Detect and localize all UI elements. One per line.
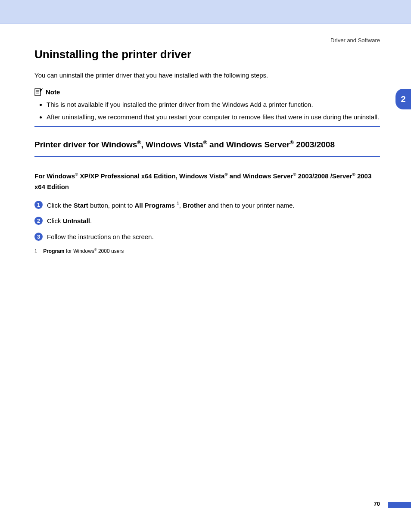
step-2: 2 Click UnInstall.	[34, 216, 380, 226]
note-icon	[34, 88, 43, 96]
top-band	[0, 0, 411, 24]
footnote-number: 1	[34, 248, 37, 255]
step-text: Click UnInstall.	[47, 216, 92, 226]
note-end-rule	[34, 126, 380, 127]
section-rule	[34, 156, 380, 157]
step-number-badge: 1	[34, 201, 43, 209]
step-number-badge: 3	[34, 233, 43, 241]
note-label: Note	[46, 88, 60, 96]
step-text: Click the Start button, point to All Pro…	[47, 200, 294, 211]
svg-rect-0	[35, 89, 40, 96]
page-number: 70	[374, 501, 380, 507]
page-number-bar	[388, 502, 411, 508]
step-number-badge: 2	[34, 217, 43, 225]
header-section-label: Driver and Software	[330, 37, 380, 44]
step-text: Follow the instructions on the screen.	[47, 232, 154, 242]
footnote: 1 Program for Windows® 2000 users	[34, 248, 380, 255]
footnote-text: Program for Windows® 2000 users	[43, 248, 124, 255]
subsection-title: For Windows® XP/XP Professional x64 Edit…	[34, 171, 380, 193]
page-title: Uninstalling the printer driver	[34, 48, 380, 61]
note-rule	[67, 92, 380, 92]
chapter-tab: 2	[395, 89, 411, 109]
note-item: This is not available if you installed t…	[47, 100, 380, 109]
section-title: Printer driver for Windows®, Windows Vis…	[34, 139, 380, 151]
step-1: 1 Click the Start button, point to All P…	[34, 200, 380, 211]
step-3: 3 Follow the instructions on the screen.	[34, 232, 380, 242]
intro-paragraph: You can uninstall the printer driver tha…	[34, 71, 380, 81]
note-item: After uninstalling, we recommend that yo…	[47, 112, 380, 122]
note-block: Note This is not available if you instal…	[34, 88, 380, 128]
